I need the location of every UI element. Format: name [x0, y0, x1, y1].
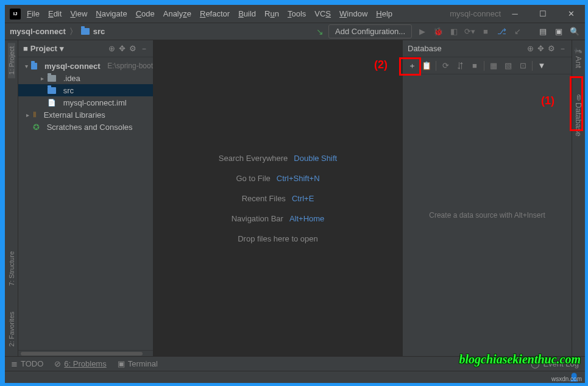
settings-icon[interactable]: ⚙: [129, 44, 136, 53]
build-icon[interactable]: ↘: [316, 27, 324, 37]
run-icon[interactable]: ▶: [417, 27, 428, 36]
tree-iml[interactable]: 📄 mysql-connect.iml: [18, 96, 153, 109]
db-hide-icon[interactable]: －: [559, 43, 567, 54]
menu-code[interactable]: Code: [136, 9, 155, 18]
search-icon[interactable]: 🔍: [569, 27, 580, 36]
bottom-problems[interactable]: ⊘ 6: Problems: [54, 359, 106, 368]
intellij-logo-icon: IJ: [10, 9, 21, 20]
menu-build[interactable]: Build: [238, 9, 256, 18]
window-title: mysql-connect: [450, 9, 501, 18]
menu-tools[interactable]: Tools: [288, 9, 306, 18]
watermark: blogchiasekienthuc.com: [459, 352, 581, 366]
ide-settings-icon[interactable]: ▣: [553, 27, 564, 36]
module-icon: [31, 63, 37, 70]
libraries-icon: ⫴: [33, 110, 37, 120]
menu-view[interactable]: View: [70, 9, 87, 18]
navbar: mysql-connect 〉 src ↘ Add Configuration.…: [5, 23, 585, 40]
tree-scratches[interactable]: ✪ Scratches and Consoles: [18, 121, 153, 133]
project-scrollbar[interactable]: [18, 350, 153, 356]
data-icon[interactable]: ⊡: [517, 61, 528, 70]
tree-src[interactable]: src: [18, 84, 153, 96]
navbar-right: ↘ Add Configuration... ▶ 🐞 ◧ ⟳▾ ■ ⎇ ↙ ▤ …: [316, 24, 580, 38]
source-folder-icon: [48, 87, 56, 94]
database-panel-header: Database ⊕ ✥ ⚙ －: [403, 40, 572, 57]
select-opened-file-icon[interactable]: ⊕: [108, 44, 115, 53]
add-configuration-button[interactable]: Add Configuration...: [328, 24, 412, 38]
tip-nav-bar: Navigation BarAlt+Home: [232, 214, 325, 223]
filter-icon[interactable]: ▼: [536, 61, 547, 70]
project-tree[interactable]: ▾ mysql-connect E:\spring-boot ▸ .idea s…: [18, 57, 153, 350]
menu-navigate[interactable]: Navigate: [96, 9, 127, 18]
gutter-database[interactable]: 🛢 Database: [574, 90, 583, 140]
jump-to-console-icon[interactable]: ⮃: [455, 61, 466, 70]
expand-all-icon[interactable]: ✥: [119, 44, 126, 53]
select-opened-icon[interactable]: ⊕: [527, 44, 534, 53]
database-panel: Database ⊕ ✥ ⚙ － ＋ 📋 ⟳ ⮃ ■ ▦ ▧ ⊡ ▼: [402, 40, 572, 356]
minimize-button[interactable]: ─: [501, 5, 529, 23]
debug-icon[interactable]: 🐞: [433, 27, 444, 36]
profile-icon[interactable]: ⟳▾: [464, 27, 475, 36]
tip-goto-file: Go to FileCtrl+Shift+N: [236, 174, 319, 183]
maximize-button[interactable]: ☐: [529, 5, 557, 23]
coverage-icon[interactable]: ◧: [448, 27, 459, 36]
bottom-terminal[interactable]: ▣ Terminal: [118, 359, 158, 368]
scratches-icon: ✪: [33, 123, 40, 132]
menu-window[interactable]: Window: [339, 9, 367, 18]
tip-recent-files: Recent FilesCtrl+E: [242, 194, 314, 203]
chevron-right-icon: 〉: [69, 26, 77, 37]
update-project-icon[interactable]: ↙: [512, 27, 523, 36]
bottom-todo[interactable]: ≣ TODO: [11, 359, 43, 368]
tree-idea[interactable]: ▸ .idea: [18, 72, 153, 84]
stop-db-icon[interactable]: ■: [469, 61, 480, 70]
tip-drop-files: Drop files here to open: [238, 234, 318, 243]
project-panel-header: ■ Project ▾ ⊕ ✥ ⚙ －: [18, 40, 153, 57]
right-gutter: 🐜 Ant 🛢 Database: [572, 40, 585, 356]
file-icon: 📄: [48, 99, 56, 107]
gutter-project[interactable]: 1: Project: [8, 43, 15, 78]
ide-window: IJ File Edit View Navigate Code Analyze …: [5, 5, 585, 383]
window-controls: ─ ☐ ✕: [501, 5, 585, 23]
database-empty-hint: Create a data source with Alt+Insert: [403, 74, 572, 356]
main-area: 1: Project 7: Structure 2: Favorites ■ P…: [5, 40, 585, 356]
menu-analyze[interactable]: Analyze: [163, 9, 191, 18]
refresh-icon[interactable]: ⟳: [440, 61, 451, 70]
stop-icon[interactable]: ■: [480, 27, 491, 36]
project-structure-icon[interactable]: ▤: [537, 27, 548, 36]
tree-root[interactable]: ▾ mysql-connect E:\spring-boot: [18, 60, 153, 72]
git-icon[interactable]: ⎇: [496, 27, 507, 36]
breadcrumb-root[interactable]: mysql-connect: [10, 27, 66, 36]
gutter-structure[interactable]: 7: Structure: [8, 248, 15, 290]
editor-empty-state: Search EverywhereDouble Shift Go to File…: [154, 40, 402, 356]
menu-help[interactable]: Help: [376, 9, 392, 18]
add-datasource-icon[interactable]: ＋: [406, 60, 417, 71]
close-button[interactable]: ✕: [557, 5, 585, 23]
main-menu: File Edit View Navigate Code Analyze Ref…: [27, 9, 441, 18]
menu-vcs[interactable]: VCS: [314, 9, 331, 18]
project-panel: ■ Project ▾ ⊕ ✥ ⚙ － ▾ mysql-connect E:\s…: [18, 40, 154, 356]
menu-edit[interactable]: Edit: [48, 9, 62, 18]
table-icon[interactable]: ▦: [488, 61, 499, 70]
project-panel-title: ■ Project ▾: [23, 44, 64, 53]
tree-external-libs[interactable]: ▸⫴ External Libraries: [18, 109, 153, 121]
breadcrumb-child[interactable]: src: [93, 27, 105, 36]
gutter-favorites[interactable]: 2: Favorites: [8, 308, 15, 350]
menu-file[interactable]: File: [27, 9, 40, 18]
titlebar: IJ File Edit View Navigate Code Analyze …: [5, 5, 585, 23]
folder-icon: [48, 75, 56, 82]
menu-run[interactable]: Run: [264, 9, 279, 18]
duplicate-icon[interactable]: 📋: [421, 61, 432, 70]
source-watermark: wsxdn.com: [551, 376, 582, 382]
breadcrumb[interactable]: mysql-connect 〉 src: [10, 26, 105, 37]
folder-icon: [81, 28, 90, 35]
db-settings-icon[interactable]: ⚙: [548, 44, 555, 53]
expand-icon[interactable]: ✥: [537, 44, 544, 53]
gutter-ant[interactable]: 🐜 Ant: [574, 43, 583, 72]
left-gutter: 1: Project 7: Structure 2: Favorites: [5, 40, 18, 356]
database-toolbar: ＋ 📋 ⟳ ⮃ ■ ▦ ▧ ⊡ ▼: [403, 57, 572, 74]
menu-refactor[interactable]: Refactor: [200, 9, 230, 18]
database-panel-title: Database: [408, 44, 442, 53]
tip-search-everywhere: Search EverywhereDouble Shift: [219, 154, 337, 163]
view-icon[interactable]: ▧: [503, 61, 514, 70]
hide-panel-icon[interactable]: －: [140, 43, 148, 54]
status-bar: 👤: [5, 371, 585, 383]
